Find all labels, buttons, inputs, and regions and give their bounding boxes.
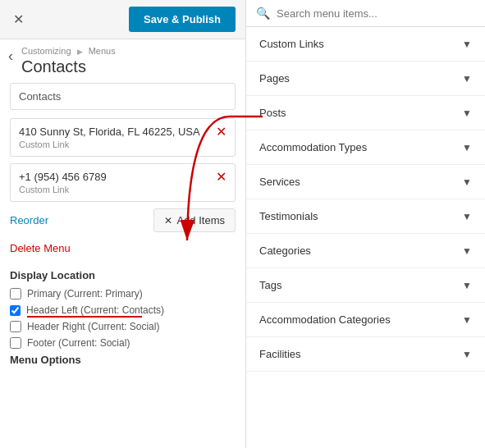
add-items-button[interactable]: ✕ Add Items [153, 208, 236, 232]
search-bar: 🔍 [246, 0, 485, 27]
chevron-down-icon-3: ▼ [462, 142, 472, 153]
remove-item-2-button[interactable]: ✕ [216, 171, 226, 184]
accordion-item-6: Categories ▼ [246, 234, 485, 268]
accordion-header-0[interactable]: Custom Links ▼ [246, 27, 485, 61]
accordion-item-9: Facilities ▼ [246, 337, 485, 372]
add-icon: ✕ [164, 215, 172, 226]
accordion-header-7[interactable]: Tags ▼ [246, 268, 485, 302]
location-primary-checkbox[interactable] [10, 288, 21, 299]
chevron-down-icon-6: ▼ [462, 245, 472, 257]
top-bar: ✕ Save & Publish [0, 0, 245, 39]
add-items-label: Add Items [176, 214, 225, 226]
chevron-down-icon-8: ▼ [462, 314, 472, 326]
panel-content: Contacts 410 Sunny St, Florida, FL 46225… [0, 83, 245, 448]
accordion-label-6: Categories [259, 245, 311, 257]
accordion-label-1: Pages [259, 72, 290, 85]
remove-item-1-button[interactable]: ✕ [216, 126, 226, 139]
accordion-item-1: Pages ▼ [246, 62, 485, 96]
accordion-header-4[interactable]: Services ▼ [246, 165, 485, 199]
accordion-item-4: Services ▼ [246, 165, 485, 199]
location-header-left-checkbox[interactable] [10, 305, 21, 316]
save-publish-button[interactable]: Save & Publish [129, 7, 236, 32]
search-input[interactable] [277, 7, 475, 20]
actions-row: Reorder ✕ Add Items [10, 208, 236, 232]
close-button[interactable]: ✕ [10, 8, 27, 30]
accordion-list: Custom Links ▼ Pages ▼ Posts ▼ [246, 27, 485, 372]
accordion-item-8: Accommodation Categories ▼ [246, 303, 485, 337]
chevron-down-icon-0: ▼ [462, 39, 472, 50]
accordion-header-2[interactable]: Posts ▼ [246, 96, 485, 130]
chevron-down-icon-7: ▼ [462, 280, 472, 291]
location-header-right-checkbox[interactable] [10, 321, 21, 332]
accordion-label-9: Facilities [259, 348, 301, 360]
menu-name-box: Contacts [10, 83, 236, 110]
accordion-item-7: Tags ▼ [246, 268, 485, 303]
accordion-label-0: Custom Links [259, 38, 324, 50]
chevron-down-icon-4: ▼ [462, 176, 472, 188]
accordion-header-5[interactable]: Testimonials ▼ [246, 199, 485, 233]
chevron-down-icon-5: ▼ [462, 211, 472, 222]
accordion-label-4: Services [259, 176, 300, 188]
location-header-right-row: Header Right (Current: Social) [10, 321, 236, 332]
display-location-title: Display Location [10, 269, 236, 281]
search-icon: 🔍 [256, 7, 270, 20]
right-panel: 🔍 Custom Links ▼ Pages ▼ [246, 0, 485, 448]
header-left-underline [27, 316, 142, 318]
accordion-header-3[interactable]: Accommodation Types ▼ [246, 130, 485, 164]
location-header-left-row: Header Left (Current: Contacts) [10, 304, 236, 316]
accordion-item-0: Custom Links ▼ [246, 27, 485, 62]
accordion-header-8[interactable]: Accommodation Categories ▼ [246, 303, 485, 336]
chevron-down-icon-2: ▼ [462, 107, 472, 119]
reorder-button[interactable]: Reorder [10, 214, 48, 226]
breadcrumb: Customizing ▶ Menus [21, 46, 116, 56]
location-primary-row: Primary (Current: Primary) [10, 288, 236, 299]
accordion-label-2: Posts [259, 107, 286, 119]
back-button[interactable]: ‹ [3, 46, 18, 66]
delete-menu-link[interactable]: Delete Menu [10, 242, 71, 254]
chevron-down-icon-1: ▼ [462, 73, 472, 85]
accordion-header-9[interactable]: Facilities ▼ [246, 337, 485, 371]
page-title: Contacts [21, 56, 116, 83]
accordion-header-6[interactable]: Categories ▼ [246, 234, 485, 267]
location-header-left-label: Header Left (Current: Contacts) [26, 304, 164, 316]
accordion-label-5: Testimonials [259, 210, 318, 222]
accordion-item-2: Posts ▼ [246, 96, 485, 130]
accordion-item-5: Testimonials ▼ [246, 199, 485, 234]
menu-options-title: Menu Options [10, 354, 236, 366]
accordion-label-7: Tags [259, 279, 281, 291]
accordion-label-8: Accommodation Categories [259, 313, 391, 326]
menu-item-1-title: 410 Sunny St, Florida, FL 46225, USA [19, 126, 200, 138]
accordion-item-3: Accommodation Types ▼ [246, 130, 485, 165]
location-primary-label: Primary (Current: Primary) [27, 288, 143, 299]
accordion-label-3: Accommodation Types [259, 141, 367, 153]
menu-item-1[interactable]: 410 Sunny St, Florida, FL 46225, USA Cus… [10, 118, 236, 157]
menu-item-1-type: Custom Link [19, 139, 200, 149]
location-footer-checkbox[interactable] [10, 337, 21, 349]
location-footer-label: Footer (Current: Social) [27, 337, 130, 349]
location-footer-row: Footer (Current: Social) [10, 337, 236, 349]
left-panel: ✕ Save & Publish ‹ Customizing ▶ Menus C… [0, 0, 246, 448]
location-header-right-label: Header Right (Current: Social) [27, 321, 159, 332]
accordion-header-1[interactable]: Pages ▼ [246, 62, 485, 95]
chevron-down-icon-9: ▼ [462, 349, 472, 360]
menu-item-2[interactable]: +1 (954) 456 6789 Custom Link ✕ [10, 163, 236, 202]
menu-item-2-title: +1 (954) 456 6789 [19, 171, 107, 183]
menu-item-2-type: Custom Link [19, 185, 107, 194]
